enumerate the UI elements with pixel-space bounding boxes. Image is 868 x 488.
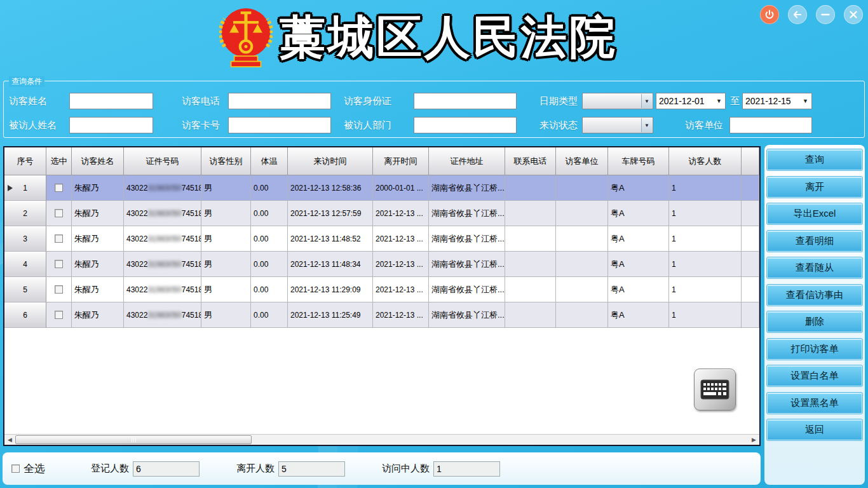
address-cell: 湖南省攸县丫江桥... [429, 201, 505, 226]
minimize-button[interactable] [816, 5, 835, 24]
scrollbar-thumb[interactable] [15, 435, 252, 444]
power-button[interactable] [760, 5, 779, 24]
row-select-cell [46, 201, 72, 226]
row-checkbox[interactable] [55, 311, 63, 319]
row-select-cell [46, 175, 72, 201]
count-cell: 1 [669, 201, 742, 226]
gender-cell: 男 [201, 201, 251, 226]
row-select-cell [46, 277, 72, 302]
date-to-picker[interactable]: 2021-12-15 ▼ [742, 93, 812, 109]
visitor-id-input[interactable] [414, 93, 517, 109]
visited-name-input[interactable] [69, 117, 153, 133]
visitor-name-cell: 朱醒乃 [72, 252, 124, 277]
gender-cell: 男 [201, 226, 251, 252]
table-body: 1 朱醒乃 430223198305074518 男 0.00 2021-12-… [4, 175, 759, 328]
chevron-down-icon: ▼ [641, 118, 652, 132]
column-header[interactable]: 车牌号码 [608, 147, 669, 175]
visit-time-cell: 2021-12-13 12:58:36 [288, 175, 373, 201]
left-count-field[interactable] [278, 461, 345, 477]
action-button[interactable]: 离开 [767, 177, 862, 198]
visited-dept-input[interactable] [414, 117, 517, 133]
virtual-keyboard-button[interactable] [694, 369, 736, 410]
action-button[interactable]: 查询 [767, 149, 862, 170]
visit-time-cell: 2021-12-13 12:57:59 [288, 201, 373, 226]
action-button[interactable]: 打印访客单 [767, 339, 862, 360]
close-button[interactable] [844, 5, 863, 24]
row-checkbox[interactable] [55, 234, 63, 243]
action-button[interactable]: 设置黑名单 [767, 393, 862, 414]
back-arrow-icon [792, 10, 803, 20]
gender-cell: 男 [201, 302, 251, 328]
action-button[interactable]: 删除 [767, 311, 862, 332]
action-button[interactable]: 查看明细 [767, 231, 862, 252]
table-row[interactable]: 6 朱醒乃 430223198305074518 男 0.00 2021-12-… [4, 302, 759, 328]
table-row[interactable]: 4 朱醒乃 430223198305074518 男 0.00 2021-12-… [4, 252, 759, 277]
action-button[interactable]: 导出Excel [767, 203, 862, 224]
visit-time-cell: 2021-12-13 11:48:34 [288, 252, 373, 277]
registered-count-field[interactable] [133, 461, 200, 477]
gender-cell: 男 [201, 277, 251, 302]
scroll-right-arrow[interactable]: ▶ [749, 435, 759, 445]
phone-cell [505, 201, 556, 226]
action-button[interactable]: 设置白名单 [767, 365, 862, 386]
row-checkbox[interactable] [55, 184, 63, 192]
column-header[interactable]: 访客单位 [556, 147, 608, 175]
column-header[interactable]: 序号 [4, 147, 46, 175]
row-number: 5 [4, 277, 46, 302]
column-header[interactable]: 离开时间 [373, 147, 429, 175]
visiting-count-field[interactable] [433, 461, 500, 477]
temperature-cell: 0.00 [251, 226, 288, 252]
plate-cell: 粤A [608, 302, 669, 328]
column-header[interactable]: 访客姓名 [72, 147, 124, 175]
action-button[interactable]: 返回 [767, 419, 862, 440]
visitor-card-input[interactable] [228, 117, 331, 133]
leave-time-cell: 2021-12-13 ... [373, 226, 429, 252]
masked-id-digits: 31983050 [147, 209, 181, 218]
column-header[interactable]: 证件地址 [429, 147, 505, 175]
row-checkbox[interactable] [55, 260, 63, 268]
visit-status-select[interactable]: ▼ [582, 117, 653, 133]
scroll-left-arrow[interactable]: ◀ [4, 435, 15, 445]
date-from-picker[interactable]: 2021-12-01 ▼ [656, 93, 726, 109]
column-header[interactable]: 访客性别 [201, 147, 251, 175]
temperature-cell: 0.00 [251, 277, 288, 302]
leave-time-cell: 2021-12-13 ... [373, 252, 429, 277]
action-button[interactable]: 查看随从 [767, 257, 862, 278]
column-header[interactable]: 联系电话 [505, 147, 556, 175]
column-header[interactable]: 体温 [251, 147, 288, 175]
table-row[interactable]: 1 朱醒乃 430223198305074518 男 0.00 2021-12-… [4, 175, 759, 201]
column-header[interactable]: 证件号码 [124, 147, 201, 175]
visitor-unit-input[interactable] [729, 117, 812, 133]
action-button[interactable]: 查看信访事由 [767, 285, 862, 306]
masked-id-digits: 31983050 [147, 184, 181, 193]
plate-cell: 粤A [608, 226, 669, 252]
registered-count-label: 登记人数 [91, 463, 129, 475]
row-number: 3 [4, 226, 46, 252]
power-icon [764, 10, 775, 20]
address-cell: 湖南省攸县丫江桥... [429, 226, 505, 252]
row-checkbox[interactable] [55, 285, 63, 294]
date-to-separator: 至 [730, 93, 740, 109]
unit-cell [556, 252, 608, 277]
column-header[interactable]: 选中 [46, 147, 72, 175]
chevron-down-icon: ▼ [716, 93, 722, 109]
back-button[interactable] [788, 5, 807, 24]
column-header[interactable]: 来访时间 [288, 147, 373, 175]
header: 藁城区人民法院 [0, 0, 868, 75]
row-select-cell [46, 302, 72, 328]
plate-cell: 粤A [608, 277, 669, 302]
table-row[interactable]: 2 朱醒乃 430223198305074518 男 0.00 2021-12-… [4, 201, 759, 226]
column-header[interactable] [742, 147, 759, 175]
column-header[interactable]: 访客人数 [669, 147, 742, 175]
page-title: 藁城区人民法院 [280, 4, 661, 71]
scrollbar-track[interactable] [15, 435, 749, 445]
table-row[interactable]: 5 朱醒乃 430223198305074518 男 0.00 2021-12-… [4, 277, 759, 302]
date-type-select[interactable]: ▼ [582, 93, 653, 109]
table-row[interactable]: 3 朱醒乃 430223198305074518 男 0.00 2021-12-… [4, 226, 759, 252]
visitor-name-input[interactable] [69, 93, 153, 109]
row-checkbox[interactable] [55, 209, 63, 217]
visitor-phone-input[interactable] [228, 93, 331, 109]
select-all-checkbox[interactable] [11, 464, 20, 473]
visitor-id-label: 访客身份证 [344, 93, 391, 109]
masked-id-digits: 31983050 [147, 311, 181, 320]
